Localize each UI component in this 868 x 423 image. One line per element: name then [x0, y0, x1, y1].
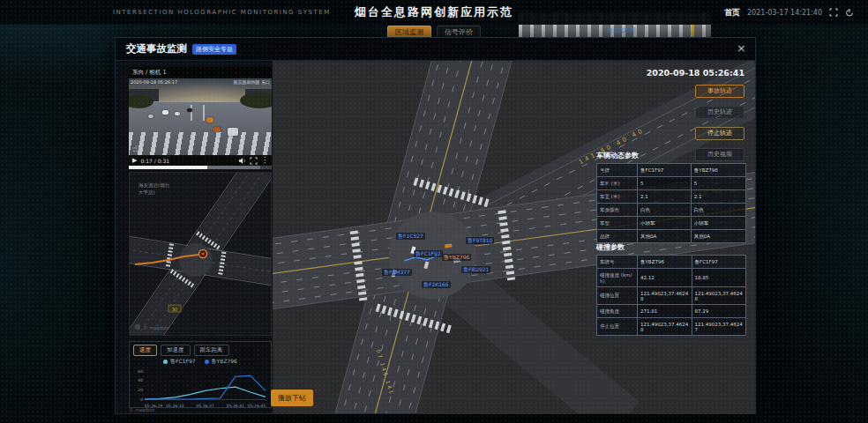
poi-label: 海友酒店(烟台 [138, 182, 169, 189]
y-tick: 60 [138, 369, 143, 374]
legend-dot [205, 360, 209, 364]
minimap[interactable]: 海友酒店(烟台 大学店) 30 © mapbox [130, 173, 271, 335]
event-timestamp: 2020-09-18 05:26:41 [647, 68, 745, 78]
car [162, 110, 168, 115]
y-tick: 20 [138, 388, 143, 392]
close-icon[interactable]: × [737, 41, 746, 55]
modal-header: 交通事故监测 路侧安全专题 × [116, 38, 755, 61]
video-frame[interactable]: 2020-09-18 05:26:17 南京路郑州路 东口 ☝ [129, 78, 272, 155]
chart-legend: 鲁FC1F97鲁YBZ796 [133, 358, 267, 366]
collision-params-title: 碰撞参数 [596, 242, 746, 252]
table-cell: 5 [691, 177, 745, 190]
table-cell: 2.1 [691, 190, 745, 204]
mapbox-attribution: © mapbox [143, 325, 169, 331]
chart-tab[interactable]: 加速度 [161, 345, 191, 356]
vehicle-plate-label: 鲁F2K166 [422, 281, 451, 288]
table-cell: 小轿车 [638, 217, 692, 230]
vehicle-params-panel: 车辆动态参数 号牌鲁FC1F97鲁YBZ796车长 (米)55车宽 (米)2.1… [596, 151, 746, 243]
table-cell: 5 [638, 177, 692, 190]
speed-limit-badge: 30 [172, 307, 177, 312]
video-trees [240, 93, 272, 108]
play-drilldown-button[interactable]: 播放下钻 [271, 390, 313, 406]
table-cell: 87.29 [692, 305, 746, 318]
legend-label: 鲁YBZ796 [212, 358, 237, 366]
table-cell: 42.12 [638, 269, 692, 287]
legend-dot [163, 360, 168, 364]
kebab-menu-icon[interactable]: ⋮ [261, 155, 268, 166]
vehicle-plate-label: 鲁F5M377 [382, 269, 412, 276]
car [148, 115, 153, 118]
table-cell: 车型 [597, 217, 638, 230]
chart-tabs: 速度加速度跟车距离 [133, 345, 267, 356]
poi-label: 大学店) [138, 189, 155, 196]
table-header-cell: 号牌 [597, 164, 638, 177]
table-header-cell: 鲁YBZ796 [691, 164, 745, 177]
vehicle-params-title: 车辆动态参数 [596, 151, 746, 160]
table-header-cell: 鲁FC1F97 [638, 164, 692, 177]
video-controls: ▶ 0:17 / 0:31 ⋮ [129, 155, 272, 166]
chart-tab[interactable]: 速度 [133, 345, 157, 356]
table-cell: 白色 [691, 204, 745, 217]
home-link[interactable]: 首页 [724, 7, 740, 19]
table-cell: 121.49023,37.46247 [692, 318, 746, 336]
vehicle-plate-label: 鲁F1C527 [396, 233, 425, 240]
table-header-cell: 鲁FC1F97 [692, 256, 746, 269]
top-header-bar: INTERSECTION HOLOGRAPHIC MONITORING SYST… [0, 0, 868, 25]
fullscreen-icon[interactable] [250, 157, 258, 165]
table-cell: 品牌 [597, 230, 638, 243]
video-lane-line [191, 105, 192, 121]
volume-icon[interactable] [238, 157, 246, 165]
x-tick: 05:26:41 [227, 404, 244, 408]
hand-cursor-icon: ☝ [132, 144, 138, 153]
car [175, 112, 180, 115]
chart-tab[interactable]: 跟车距离 [194, 345, 229, 356]
y-tick: 40 [138, 378, 143, 382]
power-icon[interactable] [845, 8, 854, 17]
legend-item[interactable]: 鲁YBZ796 [205, 358, 237, 366]
table-cell: 121.49023,37.46248 [638, 287, 692, 305]
x-tick: 05:26:45 [248, 404, 266, 408]
accident-monitoring-modal: 交通事故监测 路侧安全专题 × [115, 37, 756, 414]
params-table: 车牌号鲁YBZ796鲁FC1F97碰撞速度 (km/h)42.1218.85碰撞… [596, 255, 746, 336]
speed-chart: 020406005:26:2905:26:3305:26:3705:26:410… [133, 366, 267, 410]
table-cell: 271.81 [638, 305, 692, 318]
table-cell: 2.1 [638, 190, 692, 204]
table-cell: 停止位置 [597, 318, 638, 336]
vehicle-plate-label: 鲁F8D921 [461, 266, 490, 273]
car [187, 108, 192, 112]
legend-label: 鲁FC1F97 [170, 358, 196, 366]
track-button[interactable]: 事故轨迹 [695, 85, 745, 98]
mapbox-attribution: © mapbox [129, 407, 154, 412]
y-tick: 0 [140, 397, 143, 402]
video-progress-bar[interactable] [129, 166, 272, 169]
speed-chart-panel: 速度加速度跟车距离 鲁FC1F97鲁YBZ796 020406005:26:29… [129, 341, 272, 408]
video-time: 0:17 / 0:31 [140, 158, 169, 164]
video-progress-fill [129, 166, 207, 169]
collision-params-panel: 碰撞参数 车牌号鲁YBZ796鲁FC1F97碰撞速度 (km/h)42.1218… [596, 242, 746, 336]
table-cell: 121.49023,37.46248 [638, 318, 692, 336]
trajectory-minimap-panel[interactable]: 海友酒店(烟台 大学店) 30 © mapbox [129, 172, 272, 336]
topic-badge: 路侧安全专题 [192, 44, 236, 55]
table-cell: 车身颜色 [597, 204, 638, 217]
table-cell: 碰撞位置 [597, 287, 638, 305]
play-button[interactable]: ▶ [132, 155, 137, 166]
track-button[interactable]: 历史轨迹 [695, 106, 745, 119]
vehicle-plate-label: 鲁YBZ796 [442, 254, 471, 261]
truck [228, 128, 238, 136]
table-header-cell: 鲁YBZ796 [638, 256, 692, 269]
modal-title: 交通事故监测 [126, 42, 187, 56]
video-lane-line [203, 105, 205, 121]
table-cell: 车长 (米) [597, 177, 638, 190]
car [206, 117, 213, 122]
table-cell: 车宽 (米) [597, 190, 638, 204]
vehicle-plate-label: 鲁FC1F97 [414, 250, 443, 257]
track-button[interactable]: 停止轨迹 [695, 127, 745, 140]
camera-label: 东向 / 相机 1 [129, 67, 272, 78]
fullscreen-icon[interactable] [829, 8, 838, 17]
legend-item[interactable]: 鲁FC1F97 [163, 358, 196, 366]
table-cell: 其他0A [638, 230, 692, 243]
header-datetime: 2021-03-17 14:21:40 [747, 9, 822, 17]
table-cell: 18.85 [692, 269, 746, 287]
video-crosswalk [129, 132, 272, 155]
params-table: 号牌鲁FC1F97鲁YBZ796车长 (米)55车宽 (米)2.12.1车身颜色… [596, 163, 746, 243]
